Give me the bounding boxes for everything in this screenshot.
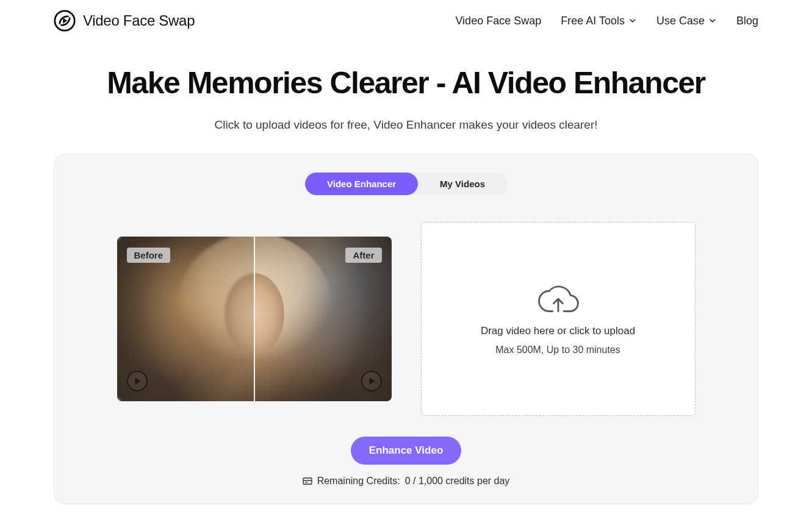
tab-my-videos[interactable]: My Videos bbox=[418, 173, 507, 195]
nav-item-label: Video Face Swap bbox=[455, 15, 541, 27]
brand-title: Video Face Swap bbox=[83, 12, 195, 29]
page-title: Make Memories Clearer - AI Video Enhance… bbox=[54, 66, 758, 101]
credits-icon bbox=[303, 476, 312, 486]
play-before-button[interactable] bbox=[127, 371, 148, 391]
upload-dropzone[interactable]: Drag video here or click to upload Max 5… bbox=[421, 222, 695, 416]
credits-info: Remaining Credits: 0 / 1,000 credits per… bbox=[303, 476, 510, 487]
comparison-preview: Before After bbox=[117, 237, 392, 401]
tab-video-enhancer[interactable]: Video Enhancer bbox=[305, 173, 418, 195]
nav-item-label: Free AI Tools bbox=[561, 15, 625, 27]
nav-item-label: Use Case bbox=[656, 15, 705, 27]
nav-blog[interactable]: Blog bbox=[736, 15, 758, 27]
tab-bar: Video Enhancer My Videos bbox=[79, 173, 733, 195]
play-after-button[interactable] bbox=[361, 371, 382, 391]
enhance-video-button[interactable]: Enhance Video bbox=[351, 437, 462, 465]
enhancer-card: Video Enhancer My Videos Before After bbox=[54, 154, 758, 504]
nav-item-label: Blog bbox=[736, 15, 758, 27]
brand-logo-icon bbox=[54, 10, 76, 32]
main-nav: Video Face Swap Free AI Tools Use Case B… bbox=[455, 15, 758, 27]
chevron-down-icon bbox=[628, 16, 637, 25]
nav-free-ai-tools[interactable]: Free AI Tools bbox=[561, 15, 637, 27]
nav-video-face-swap[interactable]: Video Face Swap bbox=[455, 15, 541, 27]
comparison-divider[interactable] bbox=[254, 237, 255, 401]
cloud-upload-icon bbox=[536, 282, 581, 318]
upload-instruction: Drag video here or click to upload bbox=[481, 325, 635, 337]
nav-use-case[interactable]: Use Case bbox=[656, 15, 717, 27]
before-label: Before bbox=[127, 248, 171, 263]
brand[interactable]: Video Face Swap bbox=[54, 10, 195, 32]
hero: Make Memories Clearer - AI Video Enhance… bbox=[0, 41, 812, 154]
after-label: After bbox=[345, 248, 381, 263]
svg-rect-2 bbox=[303, 478, 312, 484]
chevron-down-icon bbox=[708, 16, 717, 25]
play-icon bbox=[133, 377, 142, 385]
site-header: Video Face Swap Video Face Swap Free AI … bbox=[0, 0, 812, 41]
upload-limits: Max 500M, Up to 30 minutes bbox=[495, 345, 620, 355]
credits-label: Remaining Credits: bbox=[317, 476, 400, 487]
credits-value: 0 / 1,000 credits per day bbox=[405, 476, 510, 487]
play-icon bbox=[367, 377, 376, 385]
page-subtitle: Click to upload videos for free, Video E… bbox=[54, 118, 758, 132]
